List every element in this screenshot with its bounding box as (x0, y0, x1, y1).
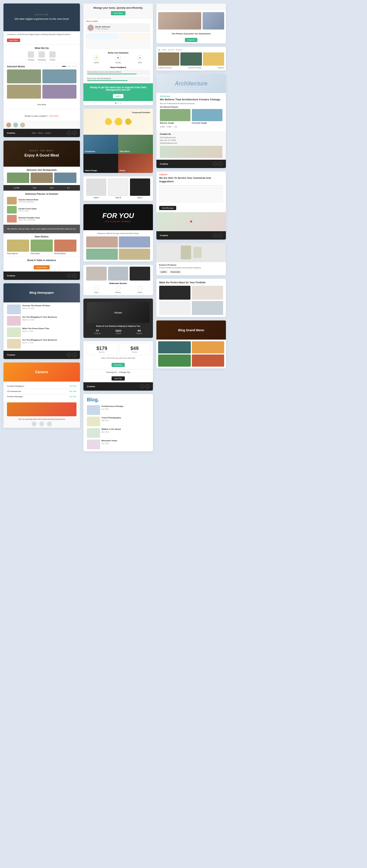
stat-1: 11 246 (14, 187, 19, 189)
footer-link-works[interactable]: Works (38, 132, 43, 134)
pricing-start-btn[interactable]: Start Now (112, 363, 125, 367)
product-hero-content (181, 245, 202, 259)
contact-prev[interactable]: ‹ (213, 233, 217, 237)
widget-2 (119, 34, 150, 39)
dashboard-learn-btn[interactable]: Learn More (111, 11, 125, 15)
contact-submit-btn[interactable]: Send Message (159, 206, 176, 210)
tab-all[interactable]: All (158, 49, 160, 51)
pricing-footer: Creativa ‹ › (83, 382, 153, 391)
works-nav-1 (67, 66, 71, 67)
feedback-text-1: Great product overall, very intuitive in… (87, 71, 149, 73)
food-next[interactable]: › (72, 274, 76, 278)
agency-learn-btn[interactable]: Learn More (7, 39, 20, 42)
arch-stat-1: ★ 800 (160, 126, 165, 128)
view-plan-btn[interactable]: View Plan (112, 376, 125, 381)
lemons-hero: Featured Portfolio (83, 109, 153, 135)
blog-post-b: Travel Photography Feb 2019 (87, 417, 149, 426)
person-photos (86, 267, 150, 281)
footer-arrows: ‹ › (67, 131, 76, 135)
elaborate-title: Elaborate Service (86, 282, 150, 284)
stat-label-3: Awards (136, 332, 142, 334)
contact-field-1[interactable] (159, 185, 223, 189)
pricing-card: $179 Monthly $49 Weekly Start a free tri… (83, 341, 153, 391)
blog-food-card: Blog Grand Menu (156, 320, 226, 368)
blog-footer-arrows: ‹ › (67, 353, 76, 357)
user-profile-label: User profile (86, 20, 150, 22)
blog-info-a: Architecture & Design Jan 2019 (101, 405, 123, 410)
dashboard-card: Manage your tasks. Quickly and efficient… (83, 3, 153, 105)
tab-abstract[interactable]: Abstract (176, 49, 182, 51)
agency-hero: CREATION We take digital experiences to … (3, 3, 80, 31)
arch-footer-arrows: ‹ › (213, 162, 222, 166)
portfolio-interior: Interior Design (83, 154, 118, 173)
blog-minimal-header: Blog. (83, 394, 153, 405)
prev-arrow[interactable]: ‹ (67, 131, 71, 135)
footer-link-about[interactable]: About (32, 132, 36, 134)
blog-next[interactable]: › (72, 353, 76, 357)
know-us-btn[interactable]: Know Us (185, 38, 197, 42)
arch-next[interactable]: › (218, 162, 222, 166)
model-stat-3: 89 Awards (136, 329, 142, 334)
food-prev[interactable]: ‹ (67, 274, 71, 278)
blog-info-d: Mountain Views Apr 2019 (101, 440, 117, 444)
func-label-2: Quality (108, 61, 129, 64)
arch-title: We Believe That Architecture Creates Cha… (160, 98, 222, 101)
new-dish-label-1: Pasta Special (7, 252, 29, 254)
food-footer-logo: Creativa (7, 275, 15, 277)
dot-1 (117, 102, 119, 104)
fashion-minimal-card: Style A Style B Style C (83, 176, 153, 201)
careers-title: Careers (35, 370, 48, 374)
gallery-img-3 (86, 249, 118, 260)
widget-row-1 (86, 34, 150, 39)
price-box-2: $49 Weekly (119, 343, 150, 355)
widget-1 (86, 34, 118, 39)
tab-coffee[interactable]: Coffee (162, 49, 167, 51)
contact-footer-arrows: ‹ › (213, 233, 222, 237)
blog-post-date-2: March 10, 2019 (22, 319, 57, 321)
next-arrow[interactable]: › (72, 131, 76, 135)
func-icon-3: ♦ (137, 55, 143, 61)
blog-img-c (87, 428, 100, 438)
view-more-link[interactable]: View More (37, 103, 46, 106)
contact-field-3[interactable] (159, 195, 223, 202)
food-blog-img-1 (158, 341, 191, 353)
arch-prev[interactable]: ‹ (213, 162, 217, 166)
project-img-2 (192, 109, 222, 121)
contact-field-2[interactable] (159, 190, 223, 194)
pricing-prev[interactable]: ‹ (140, 384, 144, 389)
arch-hero-text: Architecture (175, 81, 207, 87)
team-avatar-3 (20, 123, 25, 127)
new-dish-label-3: Tomato Bisque (54, 252, 76, 254)
new-dish-label-2: Green Bowl (31, 252, 53, 254)
model-hero: Model Some of our Humans Hoping to Impre… (83, 299, 153, 338)
book-btn[interactable]: Reserve Now (34, 265, 50, 269)
blog-food-title: Blog Grand Menu (178, 328, 204, 332)
contact-next[interactable]: › (218, 233, 222, 237)
pricing-next[interactable]: › (145, 384, 149, 389)
profile-avatar (88, 25, 94, 31)
photo-service-card: Elaborate Service Style Beauty Photo (83, 265, 153, 295)
portfolio-flower: Flower (118, 154, 153, 173)
food-footer-arrows: ‹ › (67, 274, 76, 278)
dish-name-3: Roasted Pumpkin Soup (18, 217, 40, 219)
footer-link-contact[interactable]: Contact (44, 132, 50, 134)
icon-3 (47, 422, 52, 426)
green-banner-btn[interactable]: Add It (113, 94, 123, 98)
cta-link[interactable]: Click Here (49, 115, 59, 117)
dish-desc-2: Farm to table (18, 210, 36, 212)
arch-accent: Architecture (160, 95, 222, 97)
blog-prev[interactable]: ‹ (67, 353, 71, 357)
work-item-4 (42, 85, 76, 99)
dish-info-3: Roasted Pumpkin Soup Warm and comforting (18, 217, 40, 221)
lemon-1 (104, 117, 113, 126)
footer-nav: About Works Contact (32, 132, 50, 134)
blog-post-date-3: March 5, 2019 (22, 330, 49, 332)
food-hero-title: Enjoy A Good Meal (24, 153, 59, 158)
agency-footer: Creativa About Works Contact ‹ › (3, 129, 80, 137)
blog-post-title-4: Are You Blogging In Your Business (22, 339, 57, 342)
func-label-3: Style (130, 61, 150, 64)
architecture-card: Architecture Architecture We Believe Tha… (156, 74, 226, 168)
blog-minimal-posts: Architecture & Design Jan 2019 Travel Ph… (83, 405, 153, 451)
collections-grid (158, 52, 224, 66)
tab-summer[interactable]: Summer (168, 49, 174, 51)
